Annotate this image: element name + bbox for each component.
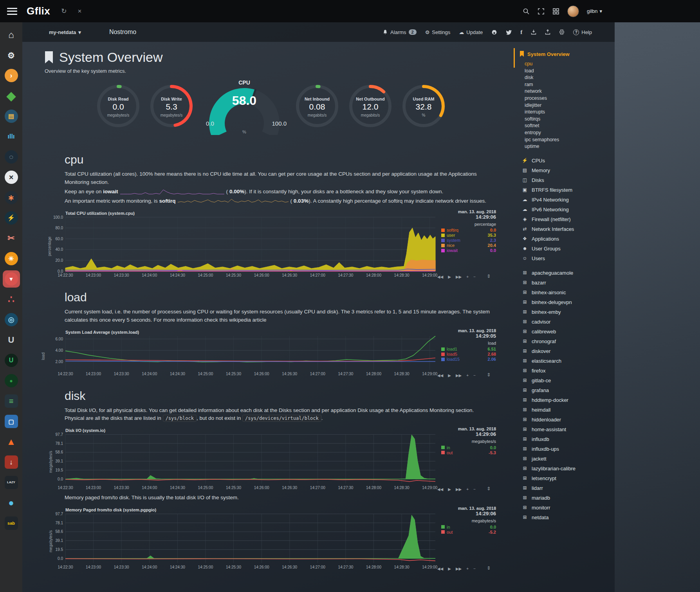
toc-section-applications[interactable]: ❖Applications bbox=[522, 234, 611, 244]
resize-handle-icon[interactable]: ⇕ bbox=[487, 274, 491, 279]
down-arrow-app-icon[interactable]: ↓ bbox=[3, 453, 20, 471]
toc-section-users[interactable]: ☺Users bbox=[522, 254, 611, 263]
diskio-plot-canvas[interactable]: 0.019.539.158.678.197.714:22:3014:23:001… bbox=[47, 433, 438, 491]
toc-app-elasticsearch[interactable]: ⊞elasticsearch bbox=[522, 356, 611, 366]
pan-left-icon[interactable]: ◀◀ bbox=[437, 487, 443, 491]
toc-app-letsencrypt[interactable]: ⊞letsencrypt bbox=[522, 473, 611, 483]
pgpgio-plot-canvas[interactable]: 0.019.539.158.678.197.714:22:3014:23:001… bbox=[47, 512, 438, 570]
toc-app-diskover[interactable]: ⊞diskover bbox=[522, 346, 611, 356]
toc-app-hddtemp-docker[interactable]: ⊞hddtemp-docker bbox=[522, 395, 611, 405]
legend-item-in[interactable]: in0.0 bbox=[441, 524, 496, 529]
legend-item-out[interactable]: out-5.2 bbox=[441, 529, 496, 534]
zoom-out-icon[interactable]: − bbox=[473, 275, 476, 279]
toc-sub-cpu[interactable]: cpu bbox=[525, 61, 611, 68]
fullscreen-icon[interactable] bbox=[538, 8, 545, 15]
pan-left-icon[interactable]: ◀◀ bbox=[437, 373, 443, 378]
toc-sub-processes[interactable]: processes bbox=[525, 95, 611, 102]
legend-item-nice[interactable]: nice20.4 bbox=[441, 243, 496, 248]
import-snapshot-button[interactable] bbox=[545, 29, 550, 35]
toc-app-influxdb[interactable]: ⊞influxdb bbox=[522, 434, 611, 444]
apps-grid-icon[interactable] bbox=[552, 8, 559, 15]
close-tab-icon[interactable]: × bbox=[78, 7, 82, 15]
water-drop-app-icon[interactable]: ● bbox=[3, 494, 20, 511]
disk-write-gauge[interactable]: Disk Write5.3megabytes/s bbox=[145, 79, 198, 138]
server-dropdown[interactable]: my-netdata ▾ bbox=[49, 29, 81, 35]
toc-section-network-interfaces[interactable]: ⇄Network Interfaces bbox=[522, 224, 611, 234]
load-plot-canvas[interactable]: 2.004.006.0014:22:3014:23:0014:23:3014:2… bbox=[47, 335, 438, 377]
toc-sub-softirqs[interactable]: softirqs bbox=[525, 116, 611, 123]
facebook-button[interactable]: f bbox=[520, 29, 522, 36]
scissors-app-icon[interactable]: ✂ bbox=[3, 230, 20, 247]
legend-item-system[interactable]: system2.3 bbox=[441, 238, 496, 243]
stripes-app-icon[interactable]: ≡ bbox=[3, 392, 20, 410]
toc-app-firefox[interactable]: ⊞firefox bbox=[522, 366, 611, 376]
toc-app-cadvisor[interactable]: ⊞cadvisor bbox=[522, 317, 611, 327]
export-snapshot-button[interactable] bbox=[531, 29, 536, 35]
net-outbound-gauge[interactable]: Net Outbound12.0megabits/s bbox=[344, 79, 397, 138]
toc-sub-network[interactable]: network bbox=[525, 88, 611, 95]
search-icon[interactable] bbox=[523, 8, 530, 15]
lightning-app-icon[interactable]: ⚡ bbox=[3, 209, 20, 227]
green-diamond-app-icon[interactable]: ◆ bbox=[3, 87, 20, 104]
toc-sub-disk[interactable]: disk bbox=[525, 74, 611, 81]
equalizer-app-icon[interactable]: ıllı bbox=[3, 128, 20, 145]
net-inbound-gauge[interactable]: Net Inbound0.08megabits/s bbox=[290, 79, 344, 138]
toc-sub-ram[interactable]: ram bbox=[525, 81, 611, 88]
hamburger-menu-icon[interactable] bbox=[7, 8, 17, 15]
star-badge-app-icon[interactable]: ∗ bbox=[3, 189, 20, 206]
toc-app-lidarr[interactable]: ⊞lidarr bbox=[522, 483, 611, 493]
toc-sub-entropy[interactable]: entropy bbox=[525, 130, 611, 137]
cpu-gauge[interactable]: CPU58.00.0100.0% bbox=[198, 79, 290, 142]
used-ram-gauge[interactable]: Used RAM32.8% bbox=[397, 79, 450, 138]
toc-app-binhex-delugevpn[interactable]: ⊞binhex-delugevpn bbox=[522, 297, 611, 307]
help-button[interactable]: ? Help bbox=[573, 29, 592, 35]
toc-app-apacheguacamole[interactable]: ⊞apacheguacamole bbox=[522, 268, 611, 278]
refresh-icon[interactable]: ↻ bbox=[61, 7, 67, 15]
toc-sub-uptime[interactable]: uptime bbox=[525, 143, 611, 150]
legend-item-softirq[interactable]: softirq0.0 bbox=[441, 228, 496, 233]
toc-app-gitlab-ce[interactable]: ⊞gitlab-ce bbox=[522, 376, 611, 385]
toc-section-ipv4-networking[interactable]: ☁IPv4 Networking bbox=[522, 195, 611, 205]
zoom-out-icon[interactable]: − bbox=[473, 567, 476, 571]
toc-app-home-assistant[interactable]: ⊞home-assistant bbox=[522, 425, 611, 434]
books-app-icon[interactable]: ▤ bbox=[3, 108, 20, 125]
toc-sub-interrupts[interactable]: interrupts bbox=[525, 109, 611, 116]
pan-right-icon[interactable]: ▶▶ bbox=[456, 373, 462, 378]
user-avatar[interactable] bbox=[567, 5, 579, 17]
legend-item-iowait[interactable]: iowait0.0 bbox=[441, 248, 496, 253]
play-icon[interactable]: ▶ bbox=[448, 567, 451, 571]
toc-app-monitorr[interactable]: ⊞monitorr bbox=[522, 503, 611, 513]
lazy-text-app-icon[interactable]: LAZY bbox=[3, 474, 20, 491]
legend-item-user[interactable]: user35.3 bbox=[441, 233, 496, 238]
u-letter-app-icon[interactable]: U bbox=[3, 331, 20, 349]
settings-button[interactable]: ⚙ Settings bbox=[425, 29, 451, 35]
update-button[interactable]: ☁ Update bbox=[459, 29, 483, 35]
toc-system-overview[interactable]: System Overview bbox=[511, 50, 611, 58]
play-icon[interactable]: ▶ bbox=[448, 373, 451, 378]
window-app-icon[interactable]: ▢ bbox=[3, 413, 20, 430]
print-button[interactable] bbox=[559, 29, 565, 35]
toc-app-netdata[interactable]: ⊞netdata bbox=[522, 513, 611, 522]
zoom-out-icon[interactable]: − bbox=[473, 487, 476, 491]
resize-handle-icon[interactable]: ⇕ bbox=[487, 565, 491, 571]
toc-app-lazylibrarian-calibre[interactable]: ⊞lazylibrarian-calibre bbox=[522, 464, 611, 473]
pan-right-icon[interactable]: ▶▶ bbox=[456, 275, 462, 279]
x-badge-app-icon[interactable]: × bbox=[3, 169, 20, 186]
toc-app-jackett[interactable]: ⊞jackett bbox=[522, 454, 611, 464]
toc-app-calibreweb[interactable]: ⊞calibreweb bbox=[522, 327, 611, 336]
toc-section-user-groups[interactable]: ☻User Groups bbox=[522, 244, 611, 254]
legend-item-load15[interactable]: load152.06 bbox=[441, 357, 496, 362]
toc-sub-idlejitter[interactable]: idlejitter bbox=[525, 102, 611, 109]
toc-app-influxdb-ups[interactable]: ⊞influxdb-ups bbox=[522, 444, 611, 454]
toc-app-binhex-emby[interactable]: ⊞binhex-emby bbox=[522, 307, 611, 317]
home-icon[interactable]: ⌂ bbox=[3, 26, 20, 43]
resize-handle-icon[interactable]: ⇕ bbox=[487, 372, 491, 378]
disk-read-gauge[interactable]: Disk Read0.0megabytes/s bbox=[92, 79, 145, 138]
legend-item-out[interactable]: out-5.3 bbox=[441, 450, 496, 455]
sun-gear-app-icon[interactable]: ☀ bbox=[3, 250, 20, 267]
flame-app-icon[interactable]: ▲ bbox=[3, 433, 20, 450]
toc-section-firewall-netfilter-[interactable]: ◈Firewall (netfilter) bbox=[522, 214, 611, 224]
legend-item-load1[interactable]: load16.51 bbox=[441, 347, 496, 352]
github-button[interactable] bbox=[491, 29, 497, 35]
toc-sub-load[interactable]: load bbox=[525, 68, 611, 75]
